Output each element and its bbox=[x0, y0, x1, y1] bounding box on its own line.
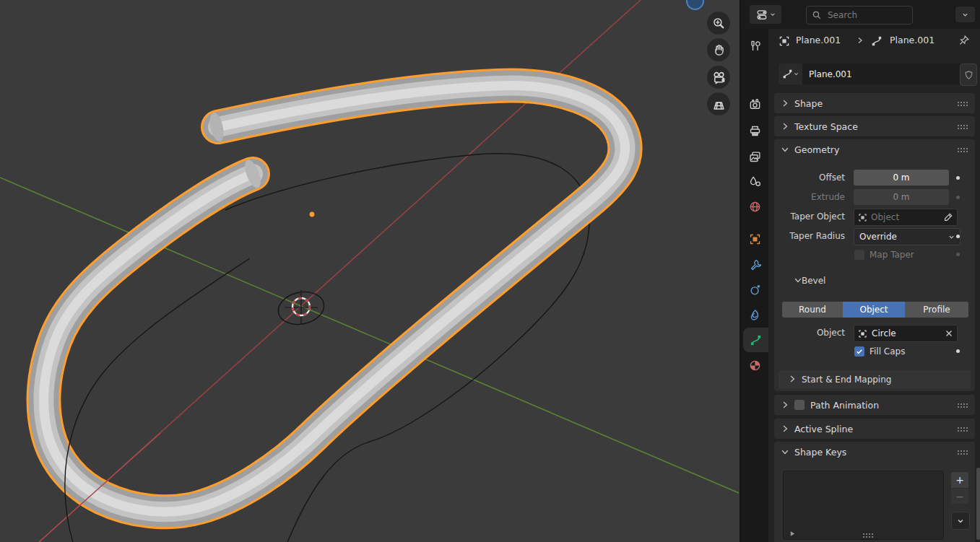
curve-control-point[interactable] bbox=[310, 212, 315, 217]
panel-shape-keys-header[interactable]: Shape Keys bbox=[774, 442, 975, 462]
start-end-mapping-header[interactable]: Start & End Mapping bbox=[779, 370, 971, 389]
data-name-field[interactable]: Plane.001 bbox=[802, 64, 963, 84]
panel-shape-keys-label: Shape Keys bbox=[794, 447, 846, 458]
chevron-down-icon bbox=[948, 234, 955, 240]
chevron-down-icon bbox=[794, 71, 799, 77]
3d-viewport[interactable] bbox=[0, 0, 740, 542]
bevel-mode-profile-label: Profile bbox=[923, 305, 950, 315]
list-resize-grip[interactable] bbox=[862, 533, 874, 538]
chevron-right-icon bbox=[781, 123, 789, 130]
scene-icon bbox=[749, 175, 761, 188]
library-override-button[interactable] bbox=[960, 64, 977, 86]
modifiers-wrench-icon bbox=[749, 258, 761, 271]
chevron-right-icon bbox=[789, 375, 796, 385]
panel-shape-label: Shape bbox=[794, 98, 823, 109]
eyedropper-icon[interactable] bbox=[943, 212, 953, 222]
panel-drag-grip[interactable] bbox=[957, 427, 968, 432]
tab-output[interactable] bbox=[741, 118, 768, 143]
properties-editor: Plane.001 Plane.001 Plan bbox=[740, 0, 980, 542]
breadcrumb-object-name[interactable]: Plane.001 bbox=[796, 35, 841, 45]
curve-data-icon bbox=[782, 69, 793, 79]
map-taper-keyframe-dot[interactable] bbox=[956, 253, 960, 256]
start-end-mapping-label: Start & End Mapping bbox=[802, 375, 891, 385]
offset-value: 0 m bbox=[893, 172, 909, 183]
tab-object[interactable] bbox=[741, 227, 768, 251]
bevel-mode-profile[interactable]: Profile bbox=[905, 302, 968, 318]
panel-path-animation-label: Path Animation bbox=[810, 400, 879, 411]
search-input[interactable] bbox=[826, 9, 905, 21]
pin-icon[interactable] bbox=[958, 35, 970, 48]
extrude-value: 0 m bbox=[893, 192, 909, 202]
breadcrumb-data-name[interactable]: Plane.001 bbox=[890, 35, 935, 45]
tab-object-data[interactable] bbox=[743, 328, 768, 352]
tab-modifiers[interactable] bbox=[741, 252, 768, 276]
bevel-subpanel-header[interactable]: Bevel bbox=[794, 274, 825, 288]
breadcrumb-separator-icon bbox=[857, 36, 864, 47]
scrollbar-thumb[interactable] bbox=[976, 468, 980, 540]
map-taper-checkbox[interactable] bbox=[854, 250, 864, 260]
tab-view-layer[interactable] bbox=[741, 144, 768, 169]
header-menu-button[interactable] bbox=[955, 6, 975, 22]
curve-object-tube[interactable] bbox=[44, 86, 625, 512]
pan-button[interactable] bbox=[707, 38, 730, 61]
id-type-dropdown[interactable] bbox=[779, 64, 802, 84]
shape-key-add-button[interactable]: + bbox=[951, 472, 968, 488]
tab-scene[interactable] bbox=[741, 169, 768, 193]
blender-window: Plane.001 Plane.001 Plan bbox=[0, 0, 980, 542]
fill-caps-checkbox[interactable] bbox=[854, 346, 864, 357]
panel-active-spline-header[interactable]: Active Spline bbox=[774, 419, 975, 439]
shape-keys-list[interactable] bbox=[783, 471, 944, 540]
zoom-button[interactable] bbox=[707, 12, 730, 35]
panel-drag-grip[interactable] bbox=[957, 403, 968, 408]
offset-keyframe-dot[interactable] bbox=[956, 176, 960, 180]
tab-render[interactable] bbox=[741, 92, 768, 116]
shield-icon bbox=[964, 70, 974, 80]
object-icon bbox=[779, 35, 790, 47]
bevel-object-field[interactable]: Circle bbox=[854, 325, 958, 342]
panel-drag-grip[interactable] bbox=[957, 147, 968, 152]
taper-radius-value: Override bbox=[859, 232, 897, 242]
clear-x-icon[interactable] bbox=[945, 329, 953, 338]
camera-view-button[interactable] bbox=[707, 66, 730, 89]
tab-physics[interactable] bbox=[741, 277, 768, 302]
grid-toggle-button[interactable] bbox=[707, 92, 730, 115]
panel-drag-grip[interactable] bbox=[957, 101, 968, 106]
panel-texture-space-header[interactable]: Texture Space bbox=[774, 116, 975, 136]
taper-radius-dropdown[interactable]: Override bbox=[854, 228, 961, 245]
extrude-label: Extrude bbox=[767, 189, 845, 206]
extrude-keyframe-dot[interactable] bbox=[956, 196, 960, 199]
panel-shape-header[interactable]: Shape bbox=[774, 93, 975, 113]
editor-type-button[interactable] bbox=[750, 5, 781, 24]
offset-label: Offset bbox=[767, 170, 845, 186]
filter-expand-icon[interactable] bbox=[789, 530, 796, 537]
tab-world[interactable] bbox=[741, 194, 768, 219]
tube-shading-mid bbox=[44, 86, 625, 512]
shape-key-remove-button[interactable]: − bbox=[951, 489, 968, 504]
axis-y-line bbox=[0, 178, 739, 493]
tab-material[interactable] bbox=[741, 353, 768, 377]
panel-texture-space-label: Texture Space bbox=[794, 121, 858, 132]
chevron-right-icon bbox=[781, 401, 789, 408]
chevron-down-icon bbox=[781, 448, 789, 455]
tab-tool[interactable] bbox=[741, 32, 768, 57]
taper-object-field[interactable]: Object bbox=[854, 209, 958, 226]
tab-constraints[interactable] bbox=[741, 302, 768, 327]
bevel-mode-object[interactable]: Object bbox=[843, 302, 905, 318]
bevel-mode-round[interactable]: Round bbox=[782, 302, 843, 318]
panel-texture-space: Texture Space bbox=[774, 116, 975, 136]
chevron-down-icon bbox=[770, 12, 776, 17]
panel-drag-grip[interactable] bbox=[957, 450, 968, 455]
offset-field[interactable]: 0 m bbox=[854, 170, 949, 185]
path-animation-checkbox[interactable] bbox=[794, 400, 805, 410]
extrude-field[interactable]: 0 m bbox=[854, 189, 949, 205]
chevron-down-icon bbox=[962, 12, 968, 18]
view-layer-icon bbox=[749, 151, 761, 163]
shape-key-specials-button[interactable] bbox=[951, 512, 970, 530]
taper-radius-keyframe-dot[interactable] bbox=[956, 235, 960, 238]
search-box[interactable] bbox=[806, 6, 913, 25]
fill-caps-keyframe-dot[interactable] bbox=[956, 349, 960, 353]
panel-geometry-header[interactable]: Geometry bbox=[774, 139, 975, 159]
panel-drag-grip[interactable] bbox=[957, 124, 968, 129]
panel-path-animation-header[interactable]: Path Animation bbox=[774, 395, 975, 415]
panel-geometry-label: Geometry bbox=[794, 144, 839, 155]
